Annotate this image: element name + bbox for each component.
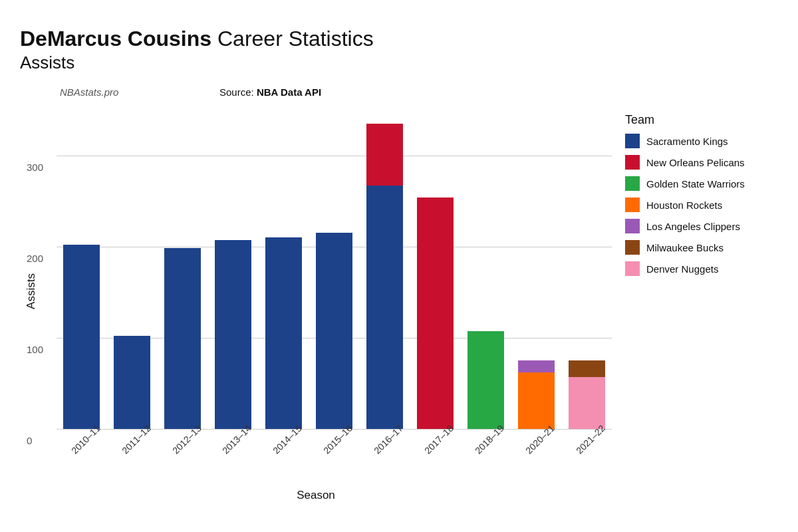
- bar-stack: [417, 198, 454, 429]
- title-section: DeMarcus Cousins Career Statistics Assis…: [20, 27, 778, 73]
- bar-segment-denver_nuggets: [569, 377, 605, 429]
- bar-group: [158, 110, 208, 429]
- legend-item-new_orleans_pelicans: New Orleans Pelicans: [625, 155, 778, 170]
- x-axis-label: Season: [20, 489, 612, 502]
- x-label-item: 2010–11: [57, 432, 107, 485]
- legend: Team Sacramento KingsNew Orleans Pelican…: [612, 80, 778, 502]
- bar-segment-sacramento_kings: [316, 233, 352, 429]
- bar-group: [561, 110, 612, 429]
- y-tick-label: 300: [27, 161, 43, 172]
- source-prefix: Source:: [219, 86, 257, 98]
- legend-label: Golden State Warriors: [646, 178, 745, 190]
- legend-item-milwaukee_bucks: Milwaukee Bucks: [625, 240, 778, 255]
- source-bold: NBA Data API: [257, 86, 321, 98]
- chart-area: NBAstats.pro Source: NBA Data API Assist…: [20, 80, 778, 502]
- bar-stack: [114, 336, 150, 429]
- legend-color-new_orleans_pelicans: [625, 155, 640, 170]
- bar-group: [460, 110, 511, 429]
- bar-segment-sacramento_kings: [215, 240, 251, 429]
- y-tick-label: 200: [27, 252, 43, 263]
- watermark: NBAstats.pro: [60, 86, 118, 98]
- legend-color-milwaukee_bucks: [625, 240, 640, 255]
- bar-group: [259, 110, 309, 429]
- title-regular: Career Statistics: [211, 27, 374, 51]
- main-title: DeMarcus Cousins Career Statistics: [20, 27, 778, 51]
- bar-stack: [467, 331, 504, 429]
- bar-stack: [316, 233, 352, 429]
- legend-label: Denver Nuggets: [646, 263, 718, 275]
- bars-area: [57, 110, 612, 429]
- bar-stack: [518, 360, 555, 429]
- legend-label: Houston Rockets: [646, 200, 722, 211]
- bar-segment-sacramento_kings: [114, 336, 150, 429]
- legend-label: Sacramento Kings: [646, 136, 728, 147]
- legend-color-golden_state_warriors: [625, 176, 640, 191]
- legend-color-los_angeles_clippers: [625, 219, 640, 233]
- bar-group: [359, 110, 410, 429]
- bar-segment-golden_state_warriors: [467, 331, 504, 429]
- legend-item-los_angeles_clippers: Los Angeles Clippers: [625, 219, 778, 233]
- bar-stack: [265, 237, 302, 429]
- y-tick-label: 100: [27, 343, 43, 354]
- legend-color-houston_rockets: [625, 198, 640, 212]
- legend-color-denver_nuggets: [625, 261, 640, 276]
- bar-stack: [215, 240, 251, 429]
- legend-label: Milwaukee Bucks: [646, 242, 724, 253]
- bar-group: [57, 110, 107, 429]
- bar-segment-sacramento_kings: [265, 237, 302, 429]
- legend-item-denver_nuggets: Denver Nuggets: [625, 261, 778, 276]
- bar-segment-sacramento_kings: [366, 186, 403, 429]
- bar-group: [511, 110, 561, 429]
- y-axis-label: Assists: [25, 273, 38, 309]
- legend-item-sacramento_kings: Sacramento Kings: [625, 134, 778, 148]
- plot-inner: 0100200300: [57, 110, 612, 429]
- bar-segment-houston_rockets: [518, 372, 555, 429]
- bar-group: [309, 110, 360, 429]
- legend-item-houston_rockets: Houston Rockets: [625, 198, 778, 212]
- legend-label: Los Angeles Clippers: [646, 221, 740, 232]
- legend-items: Sacramento KingsNew Orleans PelicansGold…: [625, 134, 778, 276]
- plot-wrapper: NBAstats.pro Source: NBA Data API Assist…: [20, 80, 612, 502]
- bar-segment-milwaukee_bucks: [569, 360, 605, 377]
- bar-segment-los_angeles_clippers: [518, 360, 555, 372]
- bar-stack: [366, 124, 403, 429]
- bar-group: [410, 110, 460, 429]
- legend-title: Team: [625, 113, 778, 127]
- y-tick-label: 0: [27, 435, 32, 446]
- legend-color-sacramento_kings: [625, 134, 640, 148]
- sub-title: Assists: [20, 53, 778, 73]
- bar-segment-new_orleans_pelicans: [366, 124, 403, 186]
- bar-stack: [164, 248, 201, 429]
- bar-stack: [569, 360, 605, 429]
- source-text: Source: NBA Data API: [219, 86, 321, 98]
- legend-label: New Orleans Pelicans: [646, 157, 745, 168]
- x-labels-wrapper: 2010–112011–122012–132013–142014–152015–…: [57, 432, 612, 485]
- bar-group: [107, 110, 158, 429]
- chart-container: DeMarcus Cousins Career Statistics Assis…: [0, 0, 798, 532]
- bar-segment-new_orleans_pelicans: [417, 198, 454, 429]
- bar-segment-sacramento_kings: [63, 245, 100, 429]
- title-bold: DeMarcus Cousins: [20, 27, 211, 51]
- bar-group: [208, 110, 259, 429]
- bar-stack: [63, 245, 100, 429]
- bar-segment-sacramento_kings: [164, 248, 201, 429]
- legend-item-golden_state_warriors: Golden State Warriors: [625, 176, 778, 191]
